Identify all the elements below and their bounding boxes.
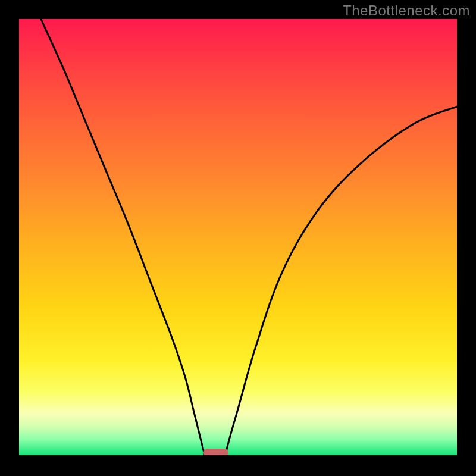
watermark-text: TheBottleneck.com: [343, 2, 470, 19]
curve-right: [225, 107, 457, 457]
chart-frame: TheBottleneck.com: [0, 0, 476, 476]
curve-left: [41, 19, 205, 457]
axis-baseline: [19, 455, 457, 457]
curves-svg: [19, 19, 457, 457]
plot-area: [19, 19, 457, 457]
